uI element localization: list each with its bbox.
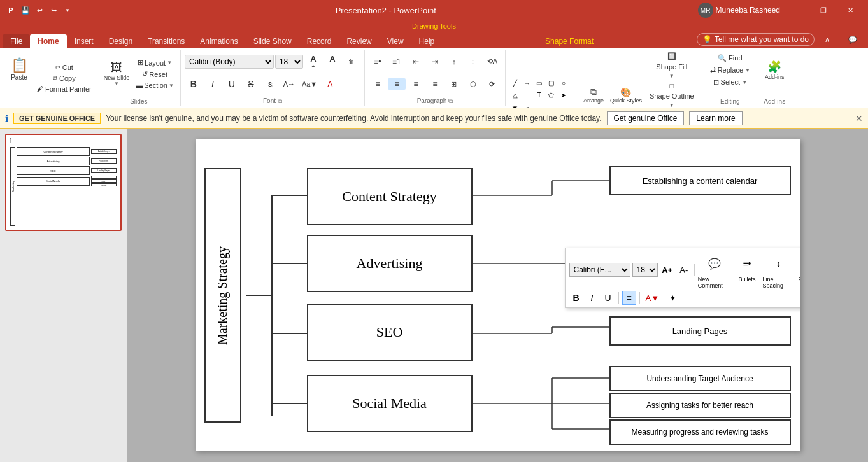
tell-me-input[interactable]: 💡 Tell me what you want to do [697,33,815,46]
shape-triangle[interactable]: △ [509,90,521,101]
shape-oval[interactable]: ○ [558,78,569,89]
tab-insert[interactable]: Insert [67,34,101,48]
font-dialog-launcher[interactable]: ⧉ [278,97,282,104]
sub-assigning[interactable]: Assigning tasks for better reach [609,393,791,418]
tab-file[interactable]: File [3,34,30,48]
restore-button[interactable]: ❐ [811,1,836,19]
tab-slideshow[interactable]: Slide Show [246,34,299,48]
qat-save[interactable]: 💾 [19,4,32,17]
ft-align-center-button[interactable]: ≡ [622,291,636,305]
paste-button[interactable]: 📋 Paste [5,51,33,87]
text-direction-button[interactable]: ⟲A [483,56,501,67]
sub-understanding[interactable]: Understanding Target Audience [609,366,791,391]
arrange-button[interactable]: ⧉ Arrange [581,79,606,109]
tab-home[interactable]: Home [30,34,66,48]
shape-chevron[interactable]: ➤ [558,90,569,101]
decrease-font-button[interactable]: A- [324,53,341,71]
ft-size-select[interactable]: 18 [632,263,658,277]
font-size-select[interactable]: 18 [275,55,303,69]
bullets-button[interactable]: ≡• [369,56,387,67]
ft-paragraph-button[interactable]: ¶ [796,251,800,276]
paragraph-dialog-launcher[interactable]: ⧉ [448,97,453,104]
canvas-area[interactable]: Marketing Strategy Content Strategy Adve… [127,129,868,462]
font-name-select[interactable]: Calibri (Body) [185,55,274,69]
get-genuine-button[interactable]: Get genuine Office [607,111,685,125]
italic-button[interactable]: I [204,78,222,90]
ft-font-select[interactable]: Calibri (E... [569,263,630,277]
ft-bullets-button[interactable]: ≡• [733,251,762,276]
find-button[interactable]: 🔍Find [706,53,754,64]
ft-decrease-font[interactable]: A- [677,263,691,277]
numbering-button[interactable]: ≡1 [388,56,406,67]
shape-arrow[interactable]: → [522,78,533,89]
layout-button[interactable]: ⊞ Layout▼ [133,57,176,68]
shape-rect[interactable]: ▭ [534,78,545,89]
select-button[interactable]: ⊡Select▼ [706,77,754,88]
ribbon-collapse[interactable]: ∧ [815,31,840,48]
tab-review[interactable]: Review [339,34,379,48]
new-comment-button[interactable]: 💬 [699,251,730,276]
sub-measuring[interactable]: Measuring progress and reviewing tasks [609,419,791,445]
seo-box[interactable]: SEO [307,304,473,361]
ft-underline-button[interactable]: U [601,291,615,305]
shape-more[interactable]: ⋯ [522,90,533,101]
advertising-box[interactable]: Advertising [307,235,473,292]
format-painter-button[interactable]: 🖌Format Painter [34,84,94,94]
quick-styles-button[interactable]: 🎨 Quick Styles [608,79,644,109]
underline-button[interactable]: U [223,78,241,90]
convert-smartart-button[interactable]: ⟳ [483,79,501,90]
ft-clear-format-button[interactable]: ✦ [664,291,681,305]
increase-font-button[interactable]: A+ [304,53,322,71]
shape-rounded-rect[interactable]: ▢ [546,78,557,89]
font-color-button[interactable]: A [321,78,339,90]
decrease-indent-button[interactable]: ⇤ [407,56,425,67]
add-column-button[interactable]: ⊞ [445,79,463,90]
minimize-button[interactable]: — [784,1,809,19]
shape-star[interactable]: ★ [509,102,521,109]
qat-undo[interactable]: ↩ [33,4,46,17]
justify-button[interactable]: ≡ [426,78,444,90]
tab-design[interactable]: Design [101,34,140,48]
slide-thumbnail-1[interactable]: 1 Marketing Content Strategy Establishin… [5,134,122,231]
ft-italic-button[interactable]: I [585,291,599,305]
clear-format-button[interactable]: 🗑 [343,57,360,66]
align-left-button[interactable]: ≡ [369,78,387,90]
sub-landing-pages[interactable]: Landing Pages [609,316,791,346]
cut-button[interactable]: ✂Cut [34,62,94,73]
align-center-button[interactable]: ≡ [388,78,406,90]
tab-record[interactable]: Record [299,34,339,48]
shape-text[interactable]: T [534,90,545,101]
info-close-button[interactable]: ✕ [855,113,863,123]
tab-animations[interactable]: Animations [192,34,245,48]
char-spacing-button[interactable]: A↔ [280,79,298,89]
shape-line[interactable]: ╱ [509,78,521,89]
qat-customize[interactable]: ▼ [61,4,74,17]
marketing-strategy-box[interactable]: Marketing Strategy [204,168,241,423]
change-case-button[interactable]: Aa▼ [299,79,320,89]
qat-redo[interactable]: ↪ [47,4,60,17]
tab-help[interactable]: Help [411,34,443,48]
shape-cloud[interactable]: ☁ [522,102,533,109]
ribbon-comments[interactable]: 💬 [840,31,865,48]
tab-transitions[interactable]: Transitions [140,34,192,48]
tab-shape-format[interactable]: Shape Format [537,34,601,48]
new-slide-button[interactable]: 🖼 New Slide ▼ [101,57,132,91]
learn-more-button[interactable]: Learn more [689,111,742,125]
sub-content-calendar[interactable]: Establishing a content calendar [609,166,791,195]
close-button[interactable]: ✕ [837,1,863,19]
smart-art-button[interactable]: ⬡ [464,79,482,90]
section-button[interactable]: ▬ Section▼ [133,80,176,90]
window-controls[interactable]: — ❐ ✕ [784,1,863,19]
align-right-button[interactable]: ≡ [407,78,425,90]
ft-line-spacing-button[interactable]: ↕ [763,251,795,276]
strikethrough-button[interactable]: S [242,78,260,90]
columns-button[interactable]: ⋮ [464,56,482,67]
increase-indent-button[interactable]: ⇥ [426,56,444,67]
replace-button[interactable]: ⇄Replace▼ [706,65,754,76]
ft-font-color-button[interactable]: A▼ [643,291,662,305]
tab-view[interactable]: View [380,34,411,48]
ft-increase-font[interactable]: A+ [660,263,675,277]
ft-bold-button[interactable]: B [569,291,583,305]
shadow-button[interactable]: s [261,78,279,90]
shape-pentagon[interactable]: ⬠ [546,90,557,101]
